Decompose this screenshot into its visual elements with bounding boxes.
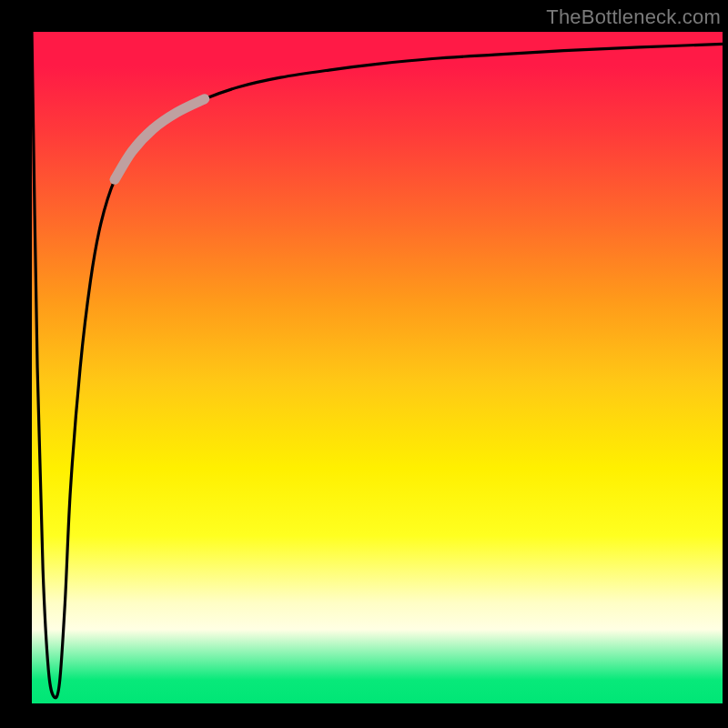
curve-line xyxy=(32,32,723,698)
plot-area xyxy=(32,32,723,703)
bottleneck-curve xyxy=(32,32,723,703)
attribution-label: TheBottleneck.com xyxy=(546,5,721,29)
chart-frame: TheBottleneck.com xyxy=(0,0,728,728)
curve-highlight-segment xyxy=(115,99,205,180)
